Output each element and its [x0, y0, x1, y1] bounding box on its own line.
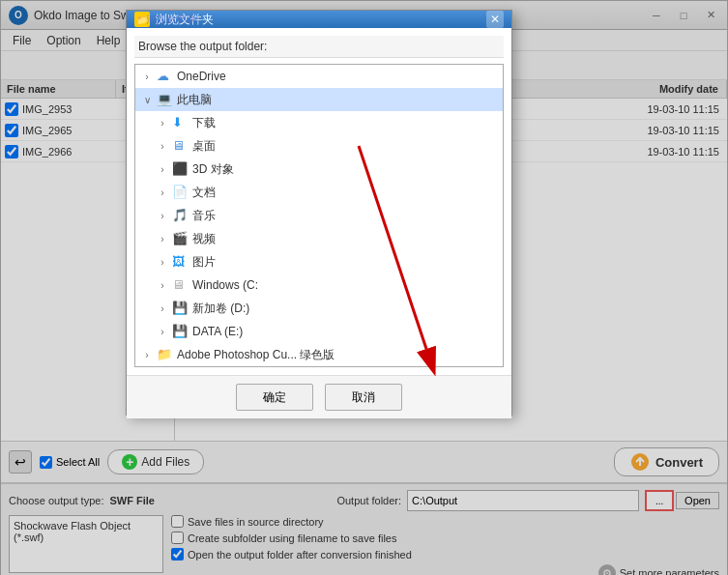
- tree-item-icon: 💾: [172, 301, 189, 316]
- tree-item-label: Windows (C:: [192, 278, 258, 292]
- tree-item-icon: ☁: [157, 69, 174, 84]
- tree-item[interactable]: › 🖥 桌面: [135, 134, 503, 158]
- dialog-prompt: Browse the output folder:: [134, 36, 504, 58]
- tree-expand-icon: ›: [155, 254, 170, 270]
- tree-item[interactable]: › 📄 文档: [135, 181, 503, 204]
- tree-item[interactable]: › ☁ OneDrive: [135, 65, 503, 88]
- dialog-title-bar: 📁 浏览文件夹 ✕: [127, 11, 511, 28]
- tree-item-label: OneDrive: [177, 70, 226, 83]
- tree-item[interactable]: › 🖥 Windows (C:: [135, 273, 503, 297]
- dialog-title-left: 📁 浏览文件夹: [134, 12, 214, 28]
- tree-expand-icon: ›: [155, 161, 170, 177]
- browse-dialog: 河东软件网 📁 浏览文件夹 ✕ Browse the output folder…: [126, 10, 512, 416]
- tree-item-icon: 💾: [172, 324, 189, 339]
- tree-item-label: 文档: [192, 185, 216, 201]
- tree-item-label: DATA (E:): [192, 325, 243, 338]
- folder-tree[interactable]: › ☁ OneDrive ∨ 💻 此电脑 › ⬇ 下载 › 🖥 桌面 › ⬛ 3…: [134, 64, 504, 367]
- tree-item-label: 视频: [192, 231, 216, 247]
- tree-expand-icon: ›: [139, 69, 155, 84]
- tree-item-label: 新加卷 (D:): [192, 301, 249, 317]
- tree-item-icon: ⬛: [172, 161, 189, 177]
- tree-item[interactable]: › 💾 新加卷 (D:): [135, 297, 503, 320]
- tree-item[interactable]: › 🎬 视频: [135, 227, 503, 250]
- tree-item[interactable]: › ⬇ 下载: [135, 111, 503, 134]
- tree-expand-icon: ›: [155, 301, 170, 316]
- tree-item-label: 此电脑: [177, 92, 212, 108]
- tree-item-label: 3D 对象: [192, 161, 234, 178]
- tree-item-icon: 📁: [157, 347, 174, 362]
- tree-item[interactable]: › 💾 DATA (E:): [135, 320, 503, 343]
- tree-item[interactable]: › 🖼 图片: [135, 250, 503, 273]
- tree-expand-icon: ∨: [139, 92, 155, 107]
- dialog-footer: 确定 取消: [127, 375, 511, 418]
- tree-item-icon: 🖼: [172, 254, 189, 270]
- tree-expand-icon: ›: [155, 115, 170, 130]
- dialog-ok-button[interactable]: 确定: [236, 384, 313, 411]
- tree-item[interactable]: › 📁 Adobe Photoshop Cu... 绿色版: [135, 343, 503, 366]
- tree-expand-icon: ›: [155, 185, 170, 200]
- tree-item-icon: ⬇: [172, 115, 189, 130]
- tree-expand-icon: ›: [155, 277, 170, 293]
- tree-item-label: 桌面: [192, 138, 216, 155]
- tree-item-label: 音乐: [192, 208, 216, 224]
- tree-item-icon: 💻: [157, 92, 174, 107]
- tree-expand-icon: ›: [155, 324, 170, 339]
- tree-item[interactable]: ∨ 💻 此电脑: [135, 88, 503, 111]
- tree-item-label: Adobe Photoshop Cu... 绿色版: [177, 347, 335, 363]
- dialog-cancel-button[interactable]: 取消: [325, 384, 402, 411]
- tree-item-icon: 🖥: [172, 277, 189, 293]
- tree-item-icon: 🎵: [172, 208, 189, 223]
- tree-expand-icon: ›: [139, 347, 155, 362]
- tree-item[interactable]: › 🎵 音乐: [135, 204, 503, 227]
- dialog-body: Browse the output folder: › ☁ OneDrive ∨…: [127, 28, 511, 375]
- tree-item-icon: 📄: [172, 185, 189, 200]
- dialog-close-button[interactable]: ✕: [486, 11, 504, 28]
- tree-expand-icon: ›: [155, 231, 170, 246]
- tree-item-icon: 🎬: [172, 231, 189, 246]
- tree-item-label: 图片: [192, 254, 216, 271]
- dialog-title-icon: 📁: [134, 12, 150, 27]
- tree-item-icon: 🖥: [172, 138, 189, 154]
- dialog-title-text: 浏览文件夹: [156, 12, 214, 28]
- tree-item-label: 下载: [192, 115, 216, 131]
- tree-expand-icon: ›: [155, 208, 170, 223]
- tree-expand-icon: ›: [155, 138, 170, 154]
- tree-item[interactable]: › ⬛ 3D 对象: [135, 158, 503, 181]
